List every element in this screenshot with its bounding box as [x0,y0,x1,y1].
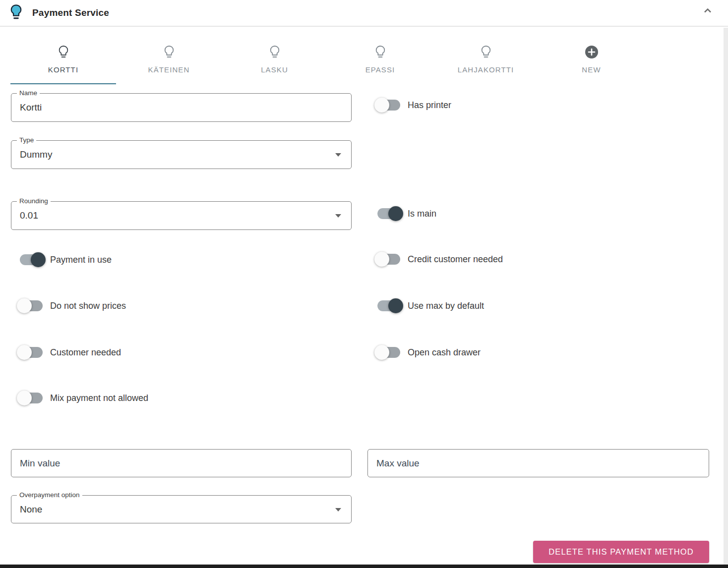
scrollbar-track[interactable] [724,28,728,565]
toggle-label: Open cash drawer [408,347,481,358]
tab-label: LASKU [261,65,288,74]
payment-service-panel: Payment Service KORTTI [0,0,728,568]
toggle-label: Is main [408,209,436,219]
switch-thumb [374,345,389,360]
switch-thumb [388,298,403,313]
name-field: Name [11,93,352,122]
customer-needed-toggle[interactable] [17,345,46,360]
tab-kateinen[interactable]: KÄTEINEN [116,42,222,84]
tab-label: KÄTEINEN [148,65,190,74]
toggle-label: Do not show prices [50,301,126,311]
plus-circle-icon [585,45,599,60]
dropdown-arrow-icon [335,508,341,511]
dropdown-arrow-icon [335,214,341,218]
field-label: Overpayment option [17,491,82,499]
tab-lasku[interactable]: LASKU [222,42,327,84]
lightbulb-icon [58,45,69,60]
use-max-by-default-toggle[interactable] [374,298,403,313]
type-select[interactable]: Type Dummy [11,140,352,169]
max-value-input[interactable] [367,449,709,477]
is-main-toggle[interactable] [374,206,403,221]
has-printer-toggle[interactable] [374,98,403,113]
tab-label: NEW [582,65,601,74]
toggle-row-customer-needed: Customer needed [17,345,121,360]
selected-value: 0.01 [20,210,38,221]
mix-payment-not-allowed-toggle[interactable] [17,391,46,405]
lightbulb-icon [269,45,281,60]
toggle-label: Customer needed [50,347,121,358]
toggle-row-mix-payment-not-allowed: Mix payment not allowed [17,391,148,405]
dropdown-arrow-icon [335,153,341,157]
toggle-row-do-not-show-prices: Do not show prices [17,298,126,313]
switch-thumb [374,252,389,267]
min-value-input[interactable] [11,449,352,477]
toggle-label: Has printer [408,100,451,111]
do-not-show-prices-toggle[interactable] [17,298,46,313]
toggle-row-use-max-by-default: Use max by default [374,298,484,313]
rounding-select[interactable]: Rounding 0.01 [11,201,352,230]
toggle-label: Payment in use [50,255,112,265]
tab-label: EPASSI [365,65,395,74]
toggle-row-has-printer: Has printer [374,98,451,113]
field-label: Type [17,136,36,144]
chevron-up-icon[interactable] [701,4,714,17]
toggle-label: Mix payment not allowed [50,393,148,403]
toggle-row-is-main: Is main [374,206,436,221]
tab-label: KORTTI [48,65,78,74]
open-cash-drawer-toggle[interactable] [374,345,403,360]
page-title: Payment Service [32,7,109,18]
overpayment-option-select[interactable]: Overpayment option None [11,495,352,523]
tab-lahjakortti[interactable]: LAHJAKORTTI [433,42,539,84]
lightbulb-icon [9,4,23,22]
toggle-row-payment-in-use: Payment in use [17,252,112,267]
lightbulb-icon [374,45,386,60]
tab-kortti[interactable]: KORTTI [10,42,116,84]
selected-value: None [20,504,42,515]
switch-thumb [31,252,46,267]
switch-thumb [17,345,32,360]
toggle-label: Credit customer needed [408,254,503,265]
payment-method-tabs: KORTTI KÄTEINEN LASKU [10,42,644,84]
switch-thumb [388,206,403,221]
credit-customer-needed-toggle[interactable] [374,252,403,267]
tab-label: LAHJAKORTTI [458,65,514,74]
switch-thumb [17,298,32,313]
tab-epassi[interactable]: EPASSI [327,42,433,84]
payment-in-use-toggle[interactable] [17,252,46,267]
toggle-label: Use max by default [408,301,484,311]
tab-new[interactable]: NEW [539,42,644,84]
selected-value: Dummy [20,149,52,160]
lightbulb-icon [480,45,492,60]
panel-header: Payment Service [0,0,728,27]
field-label: Rounding [17,197,51,205]
switch-thumb [17,391,32,405]
switch-thumb [374,98,389,113]
delete-payment-method-button[interactable]: DELETE THIS PAYMENT METHOD [533,541,709,563]
toggle-row-credit-customer-needed: Credit customer needed [374,252,503,267]
lightbulb-icon [163,45,175,60]
name-input[interactable] [11,94,351,121]
bottom-panel-edge [0,565,728,568]
toggle-row-open-cash-drawer: Open cash drawer [374,345,481,360]
